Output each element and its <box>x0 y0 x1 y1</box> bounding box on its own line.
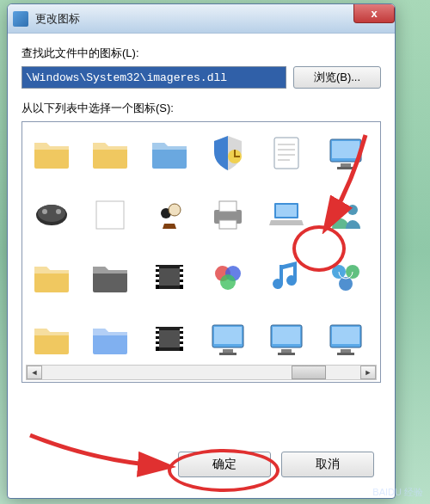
svg-point-12 <box>42 209 47 214</box>
folder-down-icon[interactable] <box>28 315 76 363</box>
dialog-title: 更改图标 <box>35 11 390 27</box>
svg-rect-1 <box>274 138 298 169</box>
svg-point-11 <box>38 205 65 222</box>
svg-rect-7 <box>332 141 359 158</box>
film-strip2-icon[interactable] <box>145 315 194 363</box>
svg-rect-57 <box>219 353 236 355</box>
ok-button[interactable]: 确定 <box>178 452 271 477</box>
svg-rect-9 <box>337 167 354 169</box>
svg-rect-48 <box>156 339 159 341</box>
svg-rect-21 <box>276 205 297 217</box>
scroll-right-arrow-icon[interactable]: ► <box>360 366 376 379</box>
scroll-left-arrow-icon[interactable]: ◄ <box>27 366 42 379</box>
scroll-thumb[interactable] <box>292 366 326 379</box>
icon-path-input[interactable] <box>22 66 286 89</box>
svg-rect-47 <box>156 334 159 336</box>
svg-point-22 <box>335 202 347 214</box>
svg-rect-65 <box>337 353 354 355</box>
watermark: BAIDU 经验 <box>372 486 423 499</box>
dialog-buttons: 确定 取消 <box>22 439 381 491</box>
svg-rect-30 <box>156 277 159 280</box>
dialog-content: 查找此文件中的图标(L): 浏览(B)... 从以下列表中选择一个图标(S): … <box>8 34 395 498</box>
monitor-film2-icon[interactable] <box>262 315 310 363</box>
remote-control-icon[interactable] <box>28 191 76 239</box>
svg-rect-14 <box>96 201 124 229</box>
svg-rect-53 <box>180 344 183 347</box>
titlebar: 更改图标 x <box>8 4 395 34</box>
svg-rect-50 <box>180 329 183 331</box>
browse-button[interactable]: 浏览(B)... <box>293 66 381 89</box>
svg-rect-33 <box>180 272 183 274</box>
chess-pieces-icon[interactable] <box>145 191 194 239</box>
svg-rect-63 <box>332 327 359 344</box>
svg-rect-46 <box>156 329 159 331</box>
scroll-track[interactable] <box>42 366 360 379</box>
svg-rect-32 <box>180 267 183 269</box>
svg-rect-43 <box>159 330 180 347</box>
document-icon[interactable] <box>262 129 310 177</box>
monitor-film-icon[interactable] <box>204 315 252 363</box>
users-people-icon[interactable] <box>322 191 370 239</box>
folder-blue2-icon[interactable] <box>86 315 134 363</box>
folder-blue-icon[interactable] <box>145 129 194 177</box>
monitor-icon[interactable] <box>322 315 370 363</box>
find-in-file-label: 查找此文件中的图标(L): <box>22 46 381 61</box>
svg-rect-51 <box>180 334 183 336</box>
svg-rect-8 <box>341 163 351 167</box>
svg-rect-34 <box>180 277 183 280</box>
folder-music-icon[interactable] <box>86 129 134 177</box>
svg-rect-52 <box>180 339 183 341</box>
close-button[interactable]: x <box>353 4 395 23</box>
svg-rect-29 <box>156 272 159 274</box>
select-from-list-label: 从以下列表中选择一个图标(S): <box>22 101 381 116</box>
svg-rect-60 <box>281 349 292 353</box>
svg-point-38 <box>220 274 236 290</box>
svg-rect-28 <box>156 267 159 269</box>
printer-icon[interactable] <box>204 191 252 239</box>
path-row: 浏览(B)... <box>22 66 381 89</box>
monitor-blue-icon[interactable] <box>322 129 370 177</box>
svg-point-13 <box>56 209 61 214</box>
svg-rect-25 <box>159 268 180 286</box>
network-globe-icon[interactable] <box>322 253 370 301</box>
laptop-icon[interactable] <box>262 191 310 239</box>
folder-documents-icon[interactable] <box>28 129 76 177</box>
color-settings-icon[interactable] <box>204 253 252 301</box>
film-strip-icon[interactable] <box>145 253 194 301</box>
blank-page-icon[interactable] <box>86 191 134 239</box>
horizontal-scrollbar[interactable]: ◄ ► <box>26 365 377 380</box>
svg-rect-59 <box>273 327 300 344</box>
app-sys-icon <box>13 11 28 27</box>
icon-list[interactable]: ◄ ► <box>22 121 381 383</box>
svg-rect-19 <box>219 220 236 229</box>
svg-rect-35 <box>180 282 183 285</box>
svg-rect-55 <box>214 327 242 344</box>
svg-rect-31 <box>156 282 159 285</box>
close-icon: x <box>371 7 377 20</box>
svg-rect-49 <box>156 344 159 347</box>
change-icon-dialog: 更改图标 x 查找此文件中的图标(L): 浏览(B)... 从以下列表中选择一个… <box>7 3 396 499</box>
folder-icon[interactable] <box>28 253 76 301</box>
svg-point-16 <box>169 204 181 216</box>
cancel-button[interactable]: 取消 <box>281 452 374 477</box>
folder-black-icon[interactable] <box>86 253 134 301</box>
svg-rect-64 <box>341 349 351 353</box>
svg-point-23 <box>347 205 358 215</box>
svg-rect-56 <box>223 349 233 353</box>
music-note-icon[interactable] <box>262 253 310 301</box>
svg-rect-18 <box>219 201 236 212</box>
shield-chart-icon[interactable] <box>204 129 252 177</box>
svg-rect-61 <box>278 353 295 355</box>
